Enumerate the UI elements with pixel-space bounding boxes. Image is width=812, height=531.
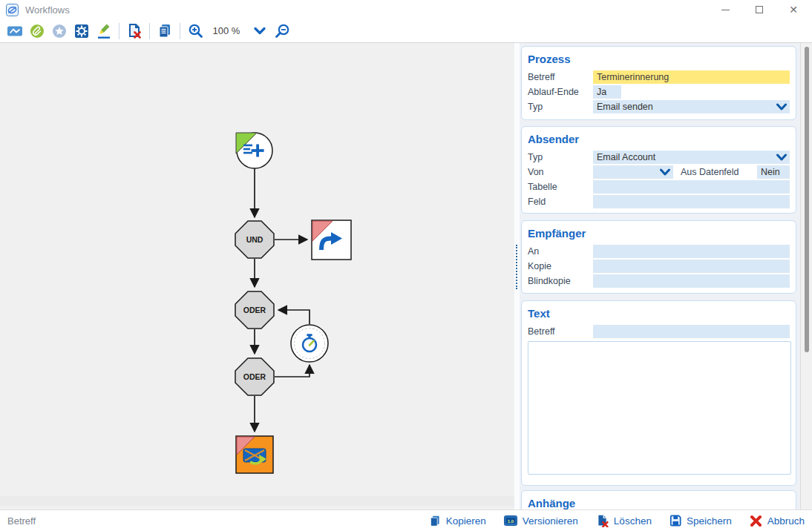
workflow-diagram: UND ODER xyxy=(0,43,514,509)
version-icon: 1.0 xyxy=(504,515,517,526)
or-node-2-label: ODER xyxy=(243,372,266,381)
connector-or2-to-timer xyxy=(275,365,310,377)
ablauf-ende-field[interactable]: Ja xyxy=(593,85,621,99)
window-controls: ✕ xyxy=(708,0,811,19)
panel-vertical-scrollbar-thumb[interactable] xyxy=(805,47,809,352)
start-node[interactable] xyxy=(236,133,272,168)
versionieren-button[interactable]: 1.0 Versionieren xyxy=(504,515,578,527)
aus-datenfeld-field[interactable]: Nein xyxy=(757,165,790,179)
and-node[interactable]: UND xyxy=(235,221,274,258)
panel-vertical-scrollbar[interactable] xyxy=(800,43,812,509)
maximize-icon[interactable] xyxy=(742,0,776,19)
chevron-down-icon xyxy=(776,103,787,111)
star-icon[interactable] xyxy=(48,21,71,42)
loeschen-button[interactable]: Löschen xyxy=(596,514,652,527)
von-dropdown[interactable] xyxy=(593,165,673,179)
blindkopie-field[interactable] xyxy=(593,274,790,288)
empfaenger-card: Empfänger An Kopie Blindkopie xyxy=(521,220,796,294)
or-node-1-label: ODER xyxy=(243,306,266,314)
properties-panel: Prozess Betreff Terminerinnerung Ablauf-… xyxy=(520,43,800,509)
abbruch-button[interactable]: Abbruch xyxy=(750,515,805,527)
typ-dropdown-value: Email senden xyxy=(597,102,653,112)
gear-icon[interactable] xyxy=(71,21,93,42)
workflows-window: Workflows ✕ xyxy=(0,0,812,531)
anhaenge-title: Anhänge xyxy=(528,497,790,509)
feld-field[interactable] xyxy=(593,195,790,208)
typ-row: Typ Email senden xyxy=(528,99,790,114)
text-body-textarea[interactable] xyxy=(528,341,791,475)
close-icon[interactable]: ✕ xyxy=(776,0,811,19)
toolbar-separator xyxy=(180,23,180,39)
kopieren-label: Kopieren xyxy=(446,515,486,527)
email-node[interactable] xyxy=(236,436,273,473)
canvas-horizontal-scrollbar[interactable] xyxy=(0,496,514,506)
minimize-icon[interactable] xyxy=(708,0,742,19)
absender-typ-row: Typ Email Account xyxy=(528,150,790,165)
abort-icon xyxy=(750,515,762,527)
typ-label: Typ xyxy=(528,102,593,112)
send-email-icon xyxy=(243,449,266,464)
or-node-1[interactable]: ODER xyxy=(235,291,274,329)
prozess-title: Prozess xyxy=(528,53,790,65)
workflow-canvas[interactable]: UND ODER xyxy=(0,43,514,509)
tabelle-row: Tabelle xyxy=(528,179,790,194)
absender-typ-value: Email Account xyxy=(597,152,655,162)
absender-card: Absender Typ Email Account Von Aus Daten… xyxy=(521,126,796,214)
kopieren-button[interactable]: Kopieren xyxy=(429,515,486,527)
anhaenge-card: Anhänge xyxy=(521,490,796,509)
betreff-row: Betreff Terminerinnerung xyxy=(528,70,790,85)
panel-splitter[interactable] xyxy=(514,43,520,509)
text-betreff-label: Betreff xyxy=(528,326,593,337)
an-label: An xyxy=(528,246,593,257)
loeschen-label: Löschen xyxy=(614,515,652,527)
app-logo-icon xyxy=(6,4,19,16)
an-field[interactable] xyxy=(593,245,790,258)
or-node-2[interactable]: ODER xyxy=(235,358,274,395)
zoom-level-value: 100 % xyxy=(211,25,242,36)
toolbar-separator xyxy=(119,23,119,39)
delete-document-icon xyxy=(596,514,609,527)
copy-icon xyxy=(429,515,441,527)
zoom-in-icon[interactable] xyxy=(184,21,206,42)
blindkopie-row: Blindkopie xyxy=(528,274,790,288)
kopie-field[interactable] xyxy=(593,260,790,273)
betreff-field[interactable]: Terminerinnerung xyxy=(593,70,790,84)
kopie-label: Kopie xyxy=(528,261,593,271)
statusbar-buttons: Kopieren 1.0 Versionieren Löschen Speich… xyxy=(429,514,805,527)
kopie-row: Kopie xyxy=(528,259,790,274)
empfaenger-title: Empfänger xyxy=(528,227,790,240)
tabelle-label: Tabelle xyxy=(528,182,593,192)
von-row: Von Aus Datenfeld Nein xyxy=(528,165,790,179)
absender-typ-dropdown[interactable]: Email Account xyxy=(593,151,790,164)
ablauf-ende-label: Ablauf-Ende xyxy=(528,87,593,97)
text-betreff-row: Betreff xyxy=(528,324,790,339)
typ-dropdown[interactable]: Email senden xyxy=(593,100,790,113)
chevron-down-icon[interactable] xyxy=(249,21,271,42)
aus-datenfeld-label: Aus Datenfeld xyxy=(681,167,739,177)
feld-label: Feld xyxy=(528,197,593,207)
statusbar: Betreff Kopieren 1.0 Versionieren Lösche… xyxy=(0,509,812,531)
blindkopie-label: Blindkopie xyxy=(528,276,593,286)
pencil-icon[interactable] xyxy=(93,21,115,42)
von-label: Von xyxy=(528,167,593,177)
feld-row: Feld xyxy=(528,194,790,209)
copy-icon[interactable] xyxy=(154,21,176,42)
text-betreff-field[interactable] xyxy=(593,325,790,338)
speichern-button[interactable]: Speichern xyxy=(669,515,732,527)
delete-document-icon[interactable] xyxy=(123,21,145,42)
splitter-grip-icon xyxy=(516,245,517,289)
titlebar: Workflows ✕ xyxy=(0,0,812,19)
zoom-out-icon[interactable] xyxy=(271,21,293,42)
tabelle-field[interactable] xyxy=(593,180,790,194)
version-badge: 1.0 xyxy=(507,518,514,524)
workflow-icon[interactable] xyxy=(4,21,26,42)
betreff-label: Betreff xyxy=(528,72,593,82)
timer-node[interactable] xyxy=(291,325,328,362)
chevron-down-icon xyxy=(660,168,670,176)
toolbar-separator xyxy=(149,23,150,39)
text-title: Text xyxy=(528,307,790,320)
ablauf-ende-row: Ablauf-Ende Ja xyxy=(528,85,790,99)
attachment-icon[interactable] xyxy=(26,21,48,42)
export-node[interactable] xyxy=(312,220,351,260)
statusbar-hint: Betreff xyxy=(7,515,36,527)
